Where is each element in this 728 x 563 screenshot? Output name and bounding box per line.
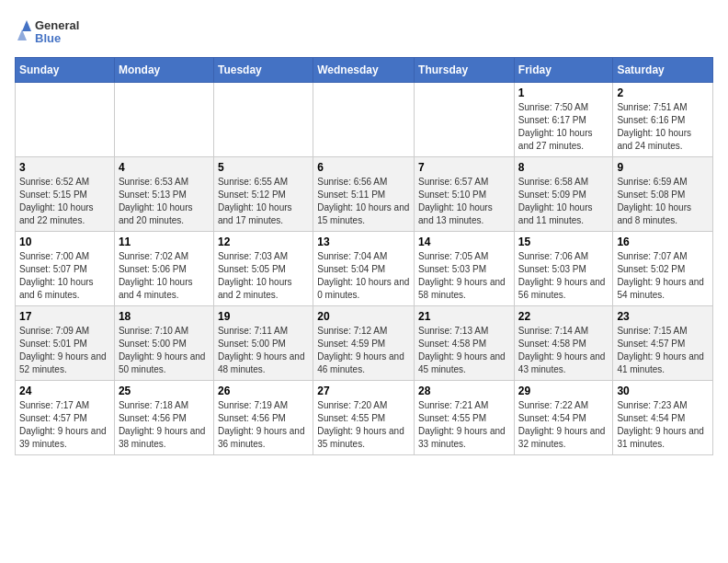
day-number: 10 bbox=[19, 236, 110, 248]
calendar-week-row: 1Sunrise: 7:50 AM Sunset: 6:17 PM Daylig… bbox=[16, 83, 713, 157]
calendar-cell: 9Sunrise: 6:59 AM Sunset: 5:08 PM Daylig… bbox=[613, 157, 713, 232]
calendar-cell: 14Sunrise: 7:05 AM Sunset: 5:03 PM Dayli… bbox=[415, 232, 515, 306]
day-number: 30 bbox=[617, 385, 709, 397]
calendar-cell: 29Sunrise: 7:22 AM Sunset: 4:54 PM Dayli… bbox=[514, 381, 613, 455]
calendar-cell: 30Sunrise: 7:23 AM Sunset: 4:54 PM Dayli… bbox=[613, 381, 713, 455]
calendar-cell: 21Sunrise: 7:13 AM Sunset: 4:58 PM Dayli… bbox=[415, 306, 515, 381]
calendar-cell bbox=[213, 83, 313, 157]
day-number: 26 bbox=[218, 385, 309, 397]
calendar-week-row: 10Sunrise: 7:00 AM Sunset: 5:07 PM Dayli… bbox=[16, 232, 713, 306]
day-info: Sunrise: 7:06 AM Sunset: 5:03 PM Dayligh… bbox=[518, 250, 609, 302]
day-number: 14 bbox=[418, 236, 510, 248]
day-number: 20 bbox=[317, 310, 410, 323]
calendar-cell: 11Sunrise: 7:02 AM Sunset: 5:06 PM Dayli… bbox=[114, 232, 213, 306]
day-number: 19 bbox=[218, 310, 309, 323]
day-info: Sunrise: 7:10 AM Sunset: 5:00 PM Dayligh… bbox=[119, 325, 210, 376]
day-info: Sunrise: 7:19 AM Sunset: 4:56 PM Dayligh… bbox=[218, 399, 309, 451]
logo: General Blue bbox=[15, 15, 88, 48]
weekday-header-sunday: Sunday bbox=[16, 58, 115, 83]
calendar-week-row: 17Sunrise: 7:09 AM Sunset: 5:01 PM Dayli… bbox=[16, 306, 713, 381]
calendar-cell: 19Sunrise: 7:11 AM Sunset: 5:00 PM Dayli… bbox=[213, 306, 313, 381]
calendar-cell: 25Sunrise: 7:18 AM Sunset: 4:56 PM Dayli… bbox=[114, 381, 213, 455]
day-number: 9 bbox=[617, 161, 709, 174]
day-number: 12 bbox=[218, 236, 309, 248]
day-number: 27 bbox=[317, 385, 410, 397]
day-info: Sunrise: 7:07 AM Sunset: 5:02 PM Dayligh… bbox=[617, 250, 709, 302]
calendar-cell: 6Sunrise: 6:56 AM Sunset: 5:11 PM Daylig… bbox=[313, 157, 415, 232]
day-info: Sunrise: 7:22 AM Sunset: 4:54 PM Dayligh… bbox=[518, 399, 609, 451]
calendar-cell: 22Sunrise: 7:14 AM Sunset: 4:58 PM Dayli… bbox=[514, 306, 613, 381]
day-info: Sunrise: 7:04 AM Sunset: 5:04 PM Dayligh… bbox=[317, 250, 410, 302]
day-info: Sunrise: 7:12 AM Sunset: 4:59 PM Dayligh… bbox=[317, 325, 410, 376]
calendar-cell: 8Sunrise: 6:58 AM Sunset: 5:09 PM Daylig… bbox=[514, 157, 613, 232]
svg-marker-2 bbox=[22, 20, 31, 31]
calendar-cell: 16Sunrise: 7:07 AM Sunset: 5:02 PM Dayli… bbox=[613, 232, 713, 306]
weekday-header-row: SundayMondayTuesdayWednesdayThursdayFrid… bbox=[16, 58, 713, 83]
day-info: Sunrise: 7:17 AM Sunset: 4:57 PM Dayligh… bbox=[19, 399, 110, 451]
day-number: 6 bbox=[317, 161, 410, 174]
day-info: Sunrise: 6:59 AM Sunset: 5:08 PM Dayligh… bbox=[617, 176, 709, 227]
calendar-cell: 5Sunrise: 6:55 AM Sunset: 5:12 PM Daylig… bbox=[213, 157, 313, 232]
weekday-header-wednesday: Wednesday bbox=[313, 58, 415, 83]
day-info: Sunrise: 7:18 AM Sunset: 4:56 PM Dayligh… bbox=[119, 399, 210, 451]
day-info: Sunrise: 6:52 AM Sunset: 5:15 PM Dayligh… bbox=[19, 176, 110, 227]
day-number: 11 bbox=[119, 236, 210, 248]
calendar-cell: 10Sunrise: 7:00 AM Sunset: 5:07 PM Dayli… bbox=[16, 232, 115, 306]
day-number: 22 bbox=[518, 310, 609, 323]
calendar-cell: 23Sunrise: 7:15 AM Sunset: 4:57 PM Dayli… bbox=[613, 306, 713, 381]
calendar-cell: 24Sunrise: 7:17 AM Sunset: 4:57 PM Dayli… bbox=[16, 381, 115, 455]
day-number: 16 bbox=[617, 236, 709, 248]
logo-svg: General Blue bbox=[15, 15, 88, 48]
day-number: 13 bbox=[317, 236, 410, 248]
day-info: Sunrise: 7:03 AM Sunset: 5:05 PM Dayligh… bbox=[218, 250, 309, 302]
calendar-cell: 12Sunrise: 7:03 AM Sunset: 5:05 PM Dayli… bbox=[213, 232, 313, 306]
calendar-cell: 7Sunrise: 6:57 AM Sunset: 5:10 PM Daylig… bbox=[415, 157, 515, 232]
day-number: 23 bbox=[617, 310, 709, 323]
day-info: Sunrise: 6:55 AM Sunset: 5:12 PM Dayligh… bbox=[218, 176, 309, 227]
weekday-header-friday: Friday bbox=[514, 58, 613, 83]
calendar-cell bbox=[415, 83, 515, 157]
day-info: Sunrise: 7:05 AM Sunset: 5:03 PM Dayligh… bbox=[418, 250, 510, 302]
day-info: Sunrise: 7:02 AM Sunset: 5:06 PM Dayligh… bbox=[119, 250, 210, 302]
day-number: 18 bbox=[119, 310, 210, 323]
calendar-cell: 17Sunrise: 7:09 AM Sunset: 5:01 PM Dayli… bbox=[16, 306, 115, 381]
day-number: 17 bbox=[19, 310, 110, 323]
day-number: 5 bbox=[218, 161, 309, 174]
day-info: Sunrise: 7:15 AM Sunset: 4:57 PM Dayligh… bbox=[617, 325, 709, 376]
day-number: 21 bbox=[418, 310, 510, 323]
calendar-week-row: 24Sunrise: 7:17 AM Sunset: 4:57 PM Dayli… bbox=[16, 381, 713, 455]
day-info: Sunrise: 7:00 AM Sunset: 5:07 PM Dayligh… bbox=[19, 250, 110, 302]
calendar-cell: 1Sunrise: 7:50 AM Sunset: 6:17 PM Daylig… bbox=[514, 83, 613, 157]
svg-text:Blue: Blue bbox=[35, 31, 61, 45]
calendar-cell: 3Sunrise: 6:52 AM Sunset: 5:15 PM Daylig… bbox=[16, 157, 115, 232]
day-info: Sunrise: 6:57 AM Sunset: 5:10 PM Dayligh… bbox=[418, 176, 510, 227]
weekday-header-thursday: Thursday bbox=[415, 58, 515, 83]
day-info: Sunrise: 6:53 AM Sunset: 5:13 PM Dayligh… bbox=[119, 176, 210, 227]
day-number: 25 bbox=[119, 385, 210, 397]
day-number: 8 bbox=[518, 161, 609, 174]
day-info: Sunrise: 7:21 AM Sunset: 4:55 PM Dayligh… bbox=[418, 399, 510, 451]
header: General Blue bbox=[15, 15, 713, 48]
day-info: Sunrise: 7:51 AM Sunset: 6:16 PM Dayligh… bbox=[617, 101, 709, 153]
calendar-header: SundayMondayTuesdayWednesdayThursdayFrid… bbox=[16, 58, 713, 83]
calendar-cell: 2Sunrise: 7:51 AM Sunset: 6:16 PM Daylig… bbox=[613, 83, 713, 157]
weekday-header-saturday: Saturday bbox=[613, 58, 713, 83]
calendar-body: 1Sunrise: 7:50 AM Sunset: 6:17 PM Daylig… bbox=[16, 83, 713, 455]
calendar-cell: 27Sunrise: 7:20 AM Sunset: 4:55 PM Dayli… bbox=[313, 381, 415, 455]
weekday-header-monday: Monday bbox=[114, 58, 213, 83]
day-number: 1 bbox=[518, 86, 609, 99]
day-info: Sunrise: 7:09 AM Sunset: 5:01 PM Dayligh… bbox=[19, 325, 110, 376]
day-info: Sunrise: 6:56 AM Sunset: 5:11 PM Dayligh… bbox=[317, 176, 410, 227]
day-number: 3 bbox=[19, 161, 110, 174]
calendar-cell: 26Sunrise: 7:19 AM Sunset: 4:56 PM Dayli… bbox=[213, 381, 313, 455]
day-info: Sunrise: 7:13 AM Sunset: 4:58 PM Dayligh… bbox=[418, 325, 510, 376]
calendar-cell bbox=[16, 83, 115, 157]
weekday-header-tuesday: Tuesday bbox=[213, 58, 313, 83]
calendar-cell: 4Sunrise: 6:53 AM Sunset: 5:13 PM Daylig… bbox=[114, 157, 213, 232]
day-info: Sunrise: 7:11 AM Sunset: 5:00 PM Dayligh… bbox=[218, 325, 309, 376]
day-info: Sunrise: 7:50 AM Sunset: 6:17 PM Dayligh… bbox=[518, 101, 609, 153]
day-info: Sunrise: 7:20 AM Sunset: 4:55 PM Dayligh… bbox=[317, 399, 410, 451]
day-number: 7 bbox=[418, 161, 510, 174]
day-info: Sunrise: 7:14 AM Sunset: 4:58 PM Dayligh… bbox=[518, 325, 609, 376]
calendar-cell: 28Sunrise: 7:21 AM Sunset: 4:55 PM Dayli… bbox=[415, 381, 515, 455]
